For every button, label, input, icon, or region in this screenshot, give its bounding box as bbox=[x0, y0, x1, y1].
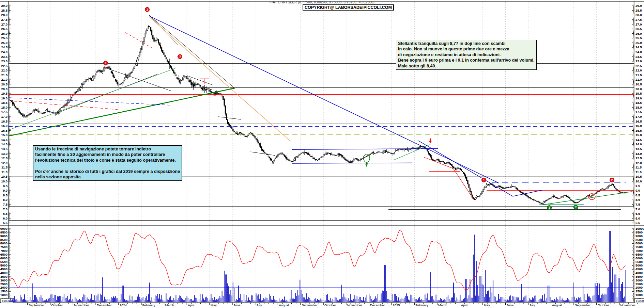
svg-text:6000: 6000 bbox=[635, 256, 643, 260]
svg-text:13.5: 13.5 bbox=[1, 147, 8, 151]
svg-text:7.5: 7.5 bbox=[635, 203, 640, 206]
svg-text:August: August bbox=[552, 303, 562, 307]
svg-text:12.0: 12.0 bbox=[635, 161, 642, 165]
svg-text:September: September bbox=[302, 303, 317, 307]
svg-text:4500: 4500 bbox=[635, 267, 643, 271]
svg-text:19.5: 19.5 bbox=[635, 92, 642, 95]
svg-text:15.5: 15.5 bbox=[635, 129, 642, 132]
svg-text:4000: 4000 bbox=[635, 271, 643, 275]
svg-text:July: July bbox=[256, 303, 262, 307]
svg-text:9.0: 9.0 bbox=[635, 189, 640, 192]
svg-text:13.0: 13.0 bbox=[635, 152, 642, 156]
svg-text:2: 2 bbox=[575, 206, 577, 209]
svg-text:22.5: 22.5 bbox=[635, 64, 642, 68]
svg-text:14.0: 14.0 bbox=[635, 142, 642, 146]
svg-text:6.0: 6.0 bbox=[635, 216, 640, 220]
svg-text:20.0: 20.0 bbox=[1, 87, 8, 91]
svg-text:22.5: 22.5 bbox=[1, 64, 8, 68]
svg-text:26.0: 26.0 bbox=[1, 32, 8, 35]
oscillator-line bbox=[9, 230, 626, 290]
svg-text:May: May bbox=[211, 303, 217, 307]
svg-text:26.5: 26.5 bbox=[1, 27, 8, 31]
svg-text:5500: 5500 bbox=[0, 260, 7, 264]
svg-text:April: April bbox=[461, 303, 467, 307]
analysis-note: Stellantis tranquilla sugli 8,77 in doji… bbox=[396, 40, 537, 70]
svg-text:24.0: 24.0 bbox=[1, 50, 8, 54]
svg-text:2000: 2000 bbox=[635, 286, 643, 289]
svg-text:12.0: 12.0 bbox=[1, 161, 8, 165]
time-axis: SeptemberOctoberNovemberDecember2024Febr… bbox=[28, 303, 638, 307]
svg-text:7500: 7500 bbox=[0, 245, 7, 249]
svg-text:2000: 2000 bbox=[0, 286, 7, 289]
svg-text:21.5: 21.5 bbox=[1, 73, 8, 77]
svg-text:10.0: 10.0 bbox=[635, 179, 642, 183]
svg-text:13.5: 13.5 bbox=[635, 147, 642, 151]
svg-text:21.0: 21.0 bbox=[635, 78, 642, 81]
svg-text:1500: 1500 bbox=[635, 289, 643, 293]
svg-text:5.5: 5.5 bbox=[3, 221, 8, 225]
svg-text:9000: 9000 bbox=[635, 234, 643, 238]
svg-text:27.5: 27.5 bbox=[1, 18, 8, 21]
svg-text:9.5: 9.5 bbox=[3, 184, 8, 188]
svg-text:8.0: 8.0 bbox=[635, 198, 640, 201]
red-circled-number-1: 1 bbox=[104, 61, 108, 65]
svg-text:2500: 2500 bbox=[0, 282, 7, 286]
svg-text:September: September bbox=[575, 303, 591, 307]
svg-text:2024: 2024 bbox=[120, 303, 127, 307]
svg-text:14.0: 14.0 bbox=[1, 142, 8, 146]
svg-text:28.5: 28.5 bbox=[635, 9, 642, 12]
svg-text:October: October bbox=[51, 303, 63, 307]
svg-text:1500: 1500 bbox=[0, 289, 7, 293]
svg-text:11.0: 11.0 bbox=[635, 170, 642, 174]
svg-text:29.0: 29.0 bbox=[1, 4, 8, 7]
svg-text:March: March bbox=[165, 303, 174, 307]
chart-title: FIAT CHRYSLER (8.77500, 8.88200, 8.75300… bbox=[270, 0, 374, 4]
svg-text:20.5: 20.5 bbox=[635, 82, 642, 86]
svg-text:8.0: 8.0 bbox=[3, 198, 7, 201]
svg-text:6.0: 6.0 bbox=[3, 216, 7, 220]
svg-text:17.5: 17.5 bbox=[635, 110, 642, 114]
svg-text:7000: 7000 bbox=[635, 249, 643, 253]
svg-text:29.0: 29.0 bbox=[635, 4, 642, 7]
copyright-badge: COPYRIGHT@ LABORSADEIPICCOLI.COM bbox=[303, 4, 394, 11]
svg-text:13.0: 13.0 bbox=[1, 152, 8, 156]
svg-text:9500: 9500 bbox=[0, 230, 7, 234]
svg-text:November: November bbox=[620, 303, 635, 307]
svg-text:12.5: 12.5 bbox=[1, 156, 8, 160]
svg-text:8000: 8000 bbox=[0, 241, 7, 245]
svg-text:4000: 4000 bbox=[0, 271, 7, 275]
svg-text:25.0: 25.0 bbox=[1, 41, 8, 45]
svg-text:6500: 6500 bbox=[0, 253, 7, 256]
svg-text:December: December bbox=[97, 303, 112, 307]
svg-text:9.0: 9.0 bbox=[3, 189, 7, 192]
svg-text:1: 1 bbox=[105, 61, 107, 65]
svg-text:December: December bbox=[370, 303, 385, 307]
svg-text:June: June bbox=[507, 303, 514, 307]
svg-text:24.0: 24.0 bbox=[635, 50, 642, 54]
svg-text:25.5: 25.5 bbox=[635, 36, 642, 40]
svg-text:8500: 8500 bbox=[635, 238, 643, 242]
svg-text:4500: 4500 bbox=[0, 267, 7, 271]
svg-text:27.5: 27.5 bbox=[635, 18, 642, 21]
svg-text:19.5: 19.5 bbox=[1, 92, 8, 95]
svg-text:16.5: 16.5 bbox=[635, 119, 642, 123]
svg-text:25.5: 25.5 bbox=[1, 36, 8, 40]
svg-text:27.0: 27.0 bbox=[635, 22, 642, 26]
svg-text:3: 3 bbox=[179, 55, 181, 58]
svg-text:3500: 3500 bbox=[0, 275, 7, 278]
red-circled-number-2: 2 bbox=[145, 7, 150, 12]
svg-text:26.0: 26.0 bbox=[635, 32, 642, 35]
svg-text:July: July bbox=[529, 303, 535, 307]
red-circled-number-2: 2 bbox=[610, 178, 614, 182]
svg-text:15.0: 15.0 bbox=[635, 133, 642, 137]
svg-text:26.5: 26.5 bbox=[635, 27, 642, 31]
svg-text:28.5: 28.5 bbox=[1, 9, 8, 12]
svg-text:5500: 5500 bbox=[635, 260, 643, 264]
svg-text:18.0: 18.0 bbox=[1, 106, 8, 109]
chart-stage: 29.029.028.528.528.028.027.527.527.027.0… bbox=[0, 0, 644, 307]
svg-text:10.5: 10.5 bbox=[635, 175, 642, 178]
svg-text:23.5: 23.5 bbox=[1, 55, 8, 59]
svg-text:10.0: 10.0 bbox=[1, 179, 8, 183]
volume-bars bbox=[9, 231, 634, 302]
svg-text:9000: 9000 bbox=[0, 234, 7, 238]
